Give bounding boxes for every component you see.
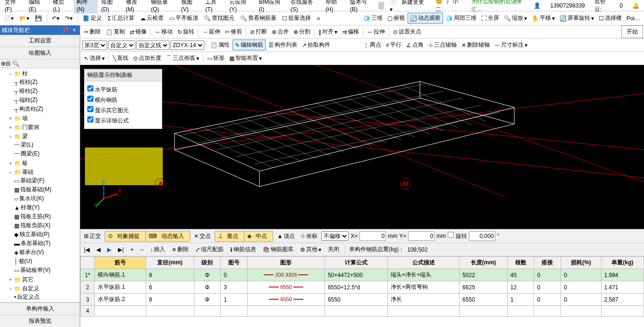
user-avatar-icon[interactable]: 👤 bbox=[531, 1, 544, 10]
scale-rebar-button[interactable]: ⤢ 缩尺配筋 bbox=[193, 245, 226, 254]
rebar-info-button[interactable]: ℹ 钢筋信息 bbox=[228, 245, 258, 254]
menu-modify[interactable]: 修改(M) bbox=[123, 0, 147, 14]
batch-select-button[interactable]: ☐ 批量选择 bbox=[280, 13, 313, 23]
undo-icon[interactable]: ↶▾ bbox=[50, 14, 61, 23]
y-input[interactable] bbox=[408, 231, 435, 241]
menu-online[interactable]: 在线服务(S) bbox=[288, 0, 322, 14]
tree-constr-col[interactable]: ┬ 构造柱(Z) bbox=[14, 105, 79, 114]
3d-viewport[interactable]: 钢筋显示控制面板 水平纵筋 横向钢筋 显示其它图元 显示详细公式 bbox=[80, 65, 644, 229]
tree-wall[interactable]: +📁 墙 bbox=[8, 114, 79, 123]
nav-last-icon[interactable]: ▶| bbox=[116, 245, 125, 254]
tree-frame-col[interactable]: ┬ 框柱(Z) bbox=[14, 78, 79, 87]
nav-next-icon[interactable]: ▶ bbox=[105, 245, 113, 254]
custom-line-select[interactable]: 自定义线 bbox=[136, 41, 169, 50]
set-grip-button[interactable]: ⊙ 设置夹点 bbox=[391, 27, 423, 37]
menu-file[interactable]: 文件(F) bbox=[2, 0, 25, 14]
tab-draw-input[interactable]: 绘图输入 bbox=[0, 47, 80, 59]
rotate-button[interactable]: ↻ 旋转 bbox=[176, 27, 196, 37]
arc-tool[interactable]: ⌒ 三点画弧 ▾ bbox=[164, 53, 201, 63]
poi-button[interactable]: Poi… bbox=[625, 13, 642, 24]
new-change-button[interactable]: 📄 新建变更 ▾ bbox=[387, 0, 431, 14]
th-dia[interactable]: 直径(mm) bbox=[146, 257, 194, 269]
th-length[interactable]: 长度(mm) bbox=[460, 257, 508, 269]
new-file-icon[interactable]: 📄▾ bbox=[2, 14, 16, 23]
tree-expand-icon[interactable]: ⊕⊟ bbox=[1, 60, 10, 67]
other-button[interactable]: ⚙ 其他 ▾ bbox=[298, 245, 323, 254]
split-button[interactable]: ⊗ 分割 bbox=[292, 27, 312, 37]
tree-opening[interactable]: +📁 门窗洞 bbox=[8, 123, 79, 132]
menu-rebar[interactable]: 钢筋量(Q) bbox=[148, 0, 177, 14]
check-detail-formula[interactable]: 显示详细公式 bbox=[87, 115, 159, 126]
guangxiaoer-button[interactable]: 😊 广小二 bbox=[433, 0, 468, 15]
delete-button[interactable]: ✂ 删除 bbox=[82, 27, 103, 37]
top-view-button[interactable]: ▢ 俯视 bbox=[385, 13, 407, 24]
parallel-button[interactable]: # 平行 bbox=[384, 40, 403, 50]
tree-sump[interactable]: ▱ 集水坑(K) bbox=[14, 194, 79, 203]
find-element-button[interactable]: 🔍 查找图元 bbox=[202, 13, 236, 23]
local-3d-button[interactable]: 🧊 局部三维 bbox=[444, 13, 478, 24]
menu-bim[interactable]: BIM应用(I) bbox=[256, 0, 287, 14]
th-pic[interactable]: 图号 bbox=[221, 257, 248, 269]
code-select[interactable]: ZDYX-14 bbox=[170, 41, 204, 50]
th-lap[interactable]: 搭接 bbox=[534, 257, 561, 269]
menu-component[interactable]: 构件(N) bbox=[74, 0, 97, 14]
x-input[interactable] bbox=[360, 231, 386, 241]
menu-floor[interactable]: 楼层(L) bbox=[50, 0, 73, 14]
component-list-button[interactable]: ☰ 构件列表 bbox=[267, 40, 299, 50]
th-grade[interactable]: 级别 bbox=[194, 257, 221, 269]
table-row[interactable]: 1*横向钢筋.18Φ0━━━ 200 3326 ━━━50+4472+500端头… bbox=[81, 269, 644, 281]
tree-pile[interactable]: │ 桩(U) bbox=[14, 257, 79, 266]
fullscreen-button[interactable]: ⛶ 全屏 bbox=[479, 13, 501, 24]
merge-button[interactable]: ⊕ 合并 bbox=[270, 27, 291, 37]
floor-select[interactable]: 第3层 bbox=[82, 41, 107, 50]
level-slab-button[interactable]: ▭ 平齐板顶 bbox=[167, 13, 200, 23]
offset-button[interactable]: ⇉ 偏移 bbox=[340, 27, 361, 37]
pan-button[interactable]: ✋ 平移 ▾ bbox=[530, 13, 557, 24]
insert-row-button[interactable]: ↓ 插入 bbox=[148, 245, 167, 254]
check-other-elements[interactable]: 显示其它图元 bbox=[87, 105, 159, 115]
align-button[interactable]: ‖ 对齐 ▾ bbox=[317, 27, 339, 37]
mirror-button[interactable]: ⇄ 镜像 bbox=[128, 27, 149, 37]
extend-button[interactable]: → 延伸 bbox=[201, 27, 222, 37]
top-notice-link[interactable]: 为什么绘制的后浇带汇… bbox=[468, 0, 527, 15]
menu-help[interactable]: 帮助(H) bbox=[323, 0, 346, 14]
pick-component-button[interactable]: ↗ 拾取构件 bbox=[300, 40, 332, 50]
point-length-tool[interactable]: ⊙ 点加长度 bbox=[131, 53, 163, 63]
rebar-library-button[interactable]: 📚 钢筋图库 bbox=[261, 245, 295, 254]
tree-found-strip[interactable]: ▭ 基础板带(V) bbox=[14, 266, 79, 275]
th-count[interactable]: 根数 bbox=[507, 257, 534, 269]
snap-toggle[interactable]: ⊙ 对象捕捉 bbox=[105, 231, 146, 241]
offset-select[interactable]: 不偏移 bbox=[321, 231, 349, 241]
th-weight[interactable]: 单重(kg) bbox=[601, 257, 644, 269]
check-transverse-rebar[interactable]: 横向钢筋 bbox=[87, 95, 159, 105]
menu-tools[interactable]: 工具(T) bbox=[202, 0, 226, 14]
table-row[interactable]: 2水平纵筋.16Φ3━━━ 6550 ━━━6550+12.5*d净长+两倍弯钩… bbox=[81, 281, 644, 294]
break-button[interactable]: ⊘ 打断 bbox=[248, 27, 269, 37]
menu-cloud[interactable]: 云应用(Y) bbox=[226, 0, 255, 14]
tab-project-settings[interactable]: 工程设置 bbox=[0, 35, 80, 47]
tree-custom-point[interactable]: • 自定义点 bbox=[14, 293, 79, 302]
rect-tool[interactable]: ▭ 矩形 bbox=[205, 53, 226, 63]
tree-col-pier[interactable]: ▲ 柱墩(Y) bbox=[14, 203, 79, 212]
three-point-axis-button[interactable]: ⊹ 三点辅轴 bbox=[427, 40, 459, 50]
check-horizontal-rebar[interactable]: 水平纵筋 bbox=[87, 84, 159, 95]
remove-row-icon[interactable]: − bbox=[138, 245, 145, 254]
rotate-input[interactable] bbox=[469, 231, 495, 241]
menu-view[interactable]: 视图(V) bbox=[178, 0, 201, 14]
tree-pile-cap[interactable]: ◈ 桩承台(V) bbox=[14, 248, 79, 257]
tree-raft-main[interactable]: ▦ 筏板主筋(R) bbox=[14, 212, 79, 221]
redo-icon[interactable]: ↷▾ bbox=[63, 14, 75, 23]
nav-first-icon[interactable]: |◀ bbox=[82, 245, 92, 254]
bell-icon[interactable]: 🔔 bbox=[629, 1, 642, 10]
move-button[interactable]: ↔ 移动 bbox=[153, 27, 175, 37]
tree-found-beam[interactable]: ▭ 基础梁(F) bbox=[14, 176, 79, 185]
define-button[interactable]: 📘 定义 bbox=[81, 13, 104, 23]
th-desc[interactable]: 公式描述 bbox=[388, 257, 460, 269]
th-shape[interactable]: 图形 bbox=[247, 257, 325, 269]
copy-button[interactable]: 📋 复制 bbox=[104, 27, 127, 37]
tree-ring-beam[interactable]: 〰 圈梁(E) bbox=[14, 149, 79, 158]
tree-slab[interactable]: +📁 板 bbox=[8, 159, 79, 168]
th-formula[interactable]: 计算公式 bbox=[325, 257, 387, 269]
orbit-view-button[interactable]: 🔄 动态观察 bbox=[408, 13, 443, 24]
select-floor-button[interactable]: ☐ 选择楼 bbox=[597, 13, 624, 24]
